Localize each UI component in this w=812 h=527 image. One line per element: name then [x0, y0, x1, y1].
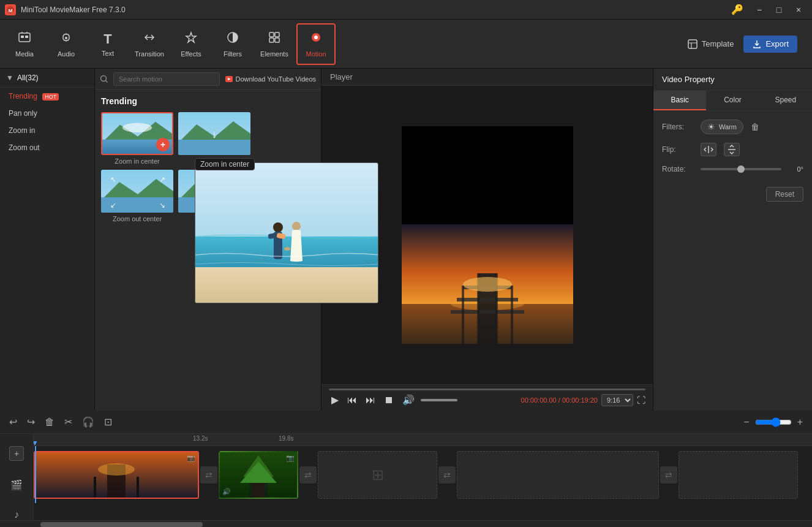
- titlebar: M MiniTool MovieMaker Free 7.3.0 🔑 − □ ×: [0, 0, 812, 20]
- cut-button[interactable]: ✂: [61, 414, 75, 430]
- zoom-slider[interactable]: [755, 417, 792, 427]
- clip-1[interactable]: 📷: [34, 451, 199, 499]
- flip-vertical-button[interactable]: [724, 143, 740, 156]
- filters-button[interactable]: Filters: [213, 23, 252, 65]
- audio-button[interactable]: Audio: [47, 23, 86, 65]
- next-button[interactable]: ⏭: [363, 393, 378, 407]
- svg-text:↙: ↙: [110, 201, 116, 210]
- zoom-out-button[interactable]: −: [740, 415, 752, 430]
- sidebar-item-trending[interactable]: Trending HOT: [0, 88, 94, 105]
- svg-text:↓: ↓: [212, 128, 217, 140]
- clip-2[interactable]: 📷 🔊: [219, 451, 298, 499]
- svg-point-5: [65, 37, 67, 39]
- volume-slider[interactable]: [421, 399, 457, 401]
- motion-thumb-2[interactable]: ↓: [178, 112, 250, 155]
- timeline-scrollbar[interactable]: [0, 520, 812, 527]
- transition-button[interactable]: Transition: [130, 23, 169, 65]
- search-input[interactable]: [113, 72, 220, 86]
- export-button[interactable]: Export: [743, 36, 797, 53]
- main-area: ▼ All(32) Trending HOT Pan only Zoom in …: [0, 69, 812, 411]
- motion-item-2[interactable]: ↓: [178, 112, 250, 165]
- crop-button[interactable]: ⊡: [101, 414, 115, 430]
- rotate-slider[interactable]: [701, 168, 781, 170]
- text-button[interactable]: T Text: [88, 23, 127, 65]
- zoom-in-button[interactable]: +: [794, 415, 806, 430]
- player-label: Player: [330, 72, 353, 82]
- transition-1[interactable]: ⇄: [200, 466, 217, 483]
- media-button[interactable]: Media: [5, 23, 44, 65]
- zoom-out-label: Zoom out: [9, 143, 40, 152]
- aspect-ratio-select[interactable]: 9:16: [601, 394, 633, 406]
- motion-item-zoom-in-center[interactable]: ➜ + Zoom in center: [101, 112, 173, 165]
- progress-bar[interactable]: [329, 389, 645, 390]
- sidebar-item-zoom-out[interactable]: Zoom out: [0, 139, 94, 156]
- tab-basic[interactable]: Basic: [653, 91, 706, 110]
- video-frame-bottom: [402, 224, 573, 344]
- motion-button[interactable]: Motion: [296, 23, 336, 65]
- scrollbar-thumb[interactable]: [40, 522, 203, 527]
- motion-label: Motion: [306, 50, 326, 58]
- reset-button[interactable]: Reset: [766, 187, 803, 202]
- delete-filter-button[interactable]: 🗑: [751, 122, 759, 132]
- sidebar-item-zoom-in[interactable]: Zoom in: [0, 122, 94, 139]
- motion-item-zoom-out-center[interactable]: ↖ ↗ ↙ ↘ Zoom out center: [101, 170, 173, 222]
- empty-clip-3[interactable]: [679, 451, 798, 499]
- tab-color[interactable]: Color: [706, 91, 759, 110]
- player-controls: ▶ ⏮ ⏭ ⏹ 🔊 00:00:00.00 / 00:00:19:20 9:16…: [321, 384, 653, 411]
- volume-button[interactable]: 🔊: [400, 393, 417, 407]
- svg-point-15: [101, 76, 107, 82]
- transition-2[interactable]: ⇄: [299, 466, 317, 483]
- add-motion-button[interactable]: +: [156, 138, 170, 151]
- all-category[interactable]: ▼ All(32): [0, 69, 94, 88]
- undo-button[interactable]: ↩: [6, 414, 20, 430]
- key-icon: 🔑: [731, 4, 743, 15]
- timeline-zoom: − +: [740, 415, 806, 430]
- maximize-button[interactable]: □: [770, 3, 788, 17]
- zoom-out-center-thumb[interactable]: ↖ ↗ ↙ ↘: [101, 170, 173, 213]
- filter-sun-icon: ☀: [707, 122, 715, 132]
- zoom-in-center-thumb[interactable]: ➜ +: [101, 112, 173, 155]
- effects-button[interactable]: Effects: [171, 23, 211, 65]
- time-mark-1: 13.2s: [193, 435, 208, 442]
- flip-horizontal-button[interactable]: [701, 143, 716, 156]
- export-label: Export: [765, 39, 789, 48]
- hot-badge: HOT: [42, 93, 59, 100]
- elements-icon: [268, 31, 281, 48]
- empty-clip-1[interactable]: ⊞: [318, 451, 437, 499]
- redo-button[interactable]: ↪: [24, 414, 38, 430]
- tab-speed[interactable]: Speed: [759, 91, 812, 110]
- template-button[interactable]: Template: [687, 39, 734, 50]
- video-property-panel: Video Property Basic Color Speed Filters…: [653, 69, 812, 411]
- download-youtube-button[interactable]: Download YouTube Videos: [225, 75, 317, 83]
- prev-button[interactable]: ⏮: [345, 393, 359, 407]
- empty-clip-2[interactable]: [457, 451, 659, 499]
- property-content: Filters: ☀ Warm 🗑 Flip: Rotate:: [653, 111, 812, 210]
- add-track-button[interactable]: +: [9, 446, 24, 461]
- filter-warm[interactable]: ☀ Warm: [701, 119, 743, 134]
- video-track-icon: 🎬: [10, 479, 23, 491]
- playhead[interactable]: [35, 446, 36, 503]
- transition-3[interactable]: ⇄: [438, 466, 456, 483]
- transition-4[interactable]: ⇄: [660, 466, 677, 483]
- svg-point-45: [284, 247, 290, 251]
- svg-point-40: [273, 222, 283, 232]
- effects-icon: [184, 31, 198, 48]
- svg-rect-24: [178, 140, 250, 155]
- time-display: 00:00:00.00 / 00:00:19:20: [521, 396, 598, 404]
- rotate-slider-thumb[interactable]: [737, 165, 745, 173]
- minimize-button[interactable]: −: [751, 3, 768, 17]
- stop-button[interactable]: ⏹: [382, 393, 396, 407]
- sidebar-item-pan-only[interactable]: Pan only: [0, 105, 94, 122]
- svg-text:↗: ↗: [159, 175, 165, 184]
- detach-audio-button[interactable]: 🎧: [79, 414, 97, 430]
- fullscreen-button[interactable]: ⛶: [637, 395, 645, 405]
- close-button[interactable]: ×: [790, 3, 807, 17]
- play-button[interactable]: ▶: [329, 393, 341, 407]
- delete-clip-button[interactable]: 🗑: [42, 415, 58, 430]
- elements-button[interactable]: Elements: [255, 23, 294, 65]
- filters-row: Filters: ☀ Warm 🗑: [662, 119, 803, 134]
- svg-rect-11: [275, 38, 279, 42]
- time-mark-2: 19.8s: [279, 435, 293, 442]
- svg-rect-67: [249, 483, 268, 498]
- svg-text:↘: ↘: [159, 201, 165, 210]
